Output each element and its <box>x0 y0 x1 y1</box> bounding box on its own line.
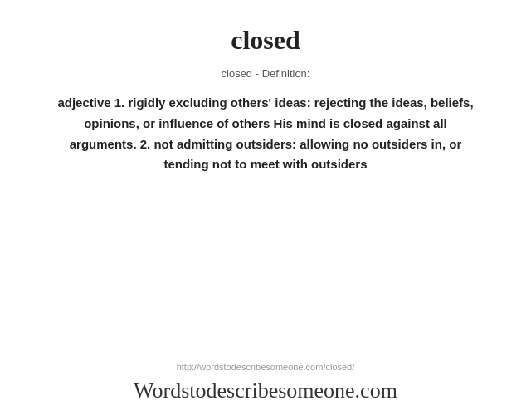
definition-header: closed - Definition: <box>222 67 310 80</box>
definition-body: adjective 1. rigidly excluding others' i… <box>50 93 481 175</box>
footer-url: http://wordstodescribesomeone.com/closed… <box>177 362 355 372</box>
page-wrapper: closed closed - Definition: adjective 1.… <box>0 0 531 420</box>
word-title: closed <box>231 25 300 56</box>
footer-section: http://wordstodescribesomeone.com/closed… <box>50 362 481 412</box>
footer-brand: Wordstodescribesomeone.com <box>134 378 397 403</box>
